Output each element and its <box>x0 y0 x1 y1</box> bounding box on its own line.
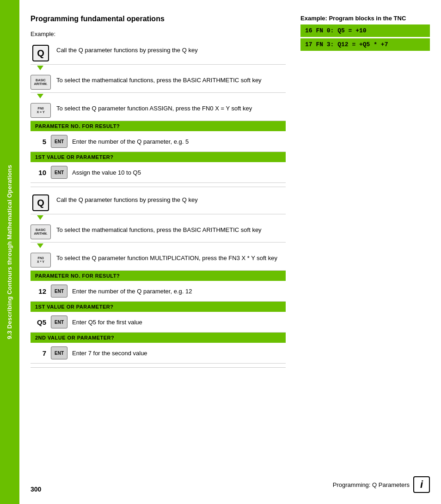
q-key-icon-2: Q <box>32 194 49 211</box>
step-icon-fn3: FN3X * Y <box>31 253 51 267</box>
green-bar-2: 1ST VALUE OR PARAMETER? <box>31 152 286 162</box>
ent-key-1: ENT <box>51 135 67 148</box>
ent-key-3: ENT <box>51 285 67 298</box>
example-label: Example: <box>31 30 286 37</box>
ent-row-5: 7 ENT Enter 7 for the second value <box>31 343 286 364</box>
fn3-softkey-icon: FN3X * Y <box>31 253 51 267</box>
arrow-3 <box>31 214 286 221</box>
arrow-down-icon-2 <box>37 94 43 98</box>
step-row: Q Call the Q parameter functions by pres… <box>31 41 286 65</box>
step-icon-q1: Q <box>31 45 51 61</box>
step-row-5: BASICARITHM. To select the mathematical … <box>31 221 286 243</box>
left-column: Programming fundamental operations Examp… <box>31 15 286 368</box>
green-bar-4: 1ST VALUE OR PARAMETER? <box>31 302 286 312</box>
code-line-1: 16 FN 0: Q5 = +10 <box>300 24 430 37</box>
ent-value-2: 10 <box>35 169 46 176</box>
fn0-softkey-icon: FN0X = Y <box>31 103 51 118</box>
basic-arithm-softkey-icon: BASICARITHM. <box>31 75 51 90</box>
step-text-6: To select the Q parameter function MULTI… <box>56 253 277 263</box>
ent-key-4: ENT <box>51 316 67 328</box>
step-text-2: To select the mathematical functions, pr… <box>56 75 262 85</box>
ent-row-4: Q5 ENT Enter Q5 for the first value <box>31 312 286 333</box>
right-column: Example: Program blocks in the TNC 16 FN… <box>300 15 430 368</box>
green-bar-3: PARAMETER NO. FOR RESULT? <box>31 271 286 281</box>
step-icon-basic: BASICARITHM. <box>31 75 51 90</box>
ent-value-5: 7 <box>35 349 46 357</box>
step-icon-basic-2: BASICARITHM. <box>31 225 51 239</box>
ent-row-2: 10 ENT Assign the value 10 to Q5 <box>31 162 286 183</box>
bottom-label: Programming: Q Parameters <box>333 481 410 488</box>
ent-text-3: Enter the number of the Q parameter, e.g… <box>72 288 192 295</box>
code-line-2: 17 FN 3: Q12 = +Q5 * +7 <box>300 38 430 51</box>
arrow-down-icon-3 <box>37 215 43 220</box>
step-text-1: Call the Q parameter functions by pressi… <box>56 45 198 55</box>
page-number: 300 <box>31 486 41 493</box>
main-content: Programming fundamental operations Examp… <box>19 0 441 504</box>
arrow-1 <box>31 65 286 71</box>
right-example-title: Example: Program blocks in the TNC <box>300 15 430 22</box>
step-row-4: Q Call the Q parameter functions by pres… <box>31 191 286 214</box>
ent-value-3: 12 <box>35 287 46 295</box>
step-text-5: To select the mathematical functions, pr… <box>56 225 262 235</box>
ent-text-1: Enter the number of the Q parameter, e.g… <box>72 138 189 145</box>
ent-text-4: Enter Q5 for the first value <box>72 319 142 326</box>
basic-arithm-softkey-icon-2: BASICARITHM. <box>31 225 51 239</box>
ent-row-3: 12 ENT Enter the number of the Q paramet… <box>31 281 286 302</box>
arrow-2 <box>31 93 286 99</box>
step-text-3: To select the Q parameter function ASSIG… <box>56 103 252 113</box>
arrow-down-icon-4 <box>37 243 43 248</box>
step-text-4: Call the Q parameter functions by pressi… <box>56 194 198 205</box>
step-row-6: FN3X * Y To select the Q parameter funct… <box>31 249 286 271</box>
step-row-2: BASICARITHM. To select the mathematical … <box>31 71 286 93</box>
bottom-bar: 300 Programming: Q Parameters i <box>31 465 430 493</box>
step-icon-fn0: FN0X = Y <box>31 103 51 118</box>
ent-text-5: Enter 7 for the second value <box>72 350 147 357</box>
bottom-right: Programming: Q Parameters i <box>333 476 430 493</box>
green-bar-1: PARAMETER NO. FOR RESULT? <box>31 121 286 131</box>
page-title: Programming fundamental operations <box>31 15 286 23</box>
step-icon-q2: Q <box>31 194 51 211</box>
arrow-down-icon <box>37 66 43 70</box>
sidebar: 9.3 Describing Contours through Mathemat… <box>0 0 19 504</box>
ent-row-1: 5 ENT Enter the number of the Q paramete… <box>31 131 286 152</box>
q-key-icon: Q <box>32 45 49 61</box>
arrow-4 <box>31 243 286 249</box>
sidebar-label: 9.3 Describing Contours through Mathemat… <box>6 165 13 340</box>
ent-text-2: Assign the value 10 to Q5 <box>72 169 141 176</box>
ent-value-4: Q5 <box>35 318 46 326</box>
info-icon: i <box>413 476 430 493</box>
step-row-3: FN0X = Y To select the Q parameter funct… <box>31 99 286 121</box>
ent-value-1: 5 <box>35 138 46 146</box>
ent-key-5: ENT <box>51 346 67 359</box>
ent-key-2: ENT <box>51 166 67 179</box>
green-bar-5: 2ND VALUE OR PARAMETER? <box>31 333 286 343</box>
